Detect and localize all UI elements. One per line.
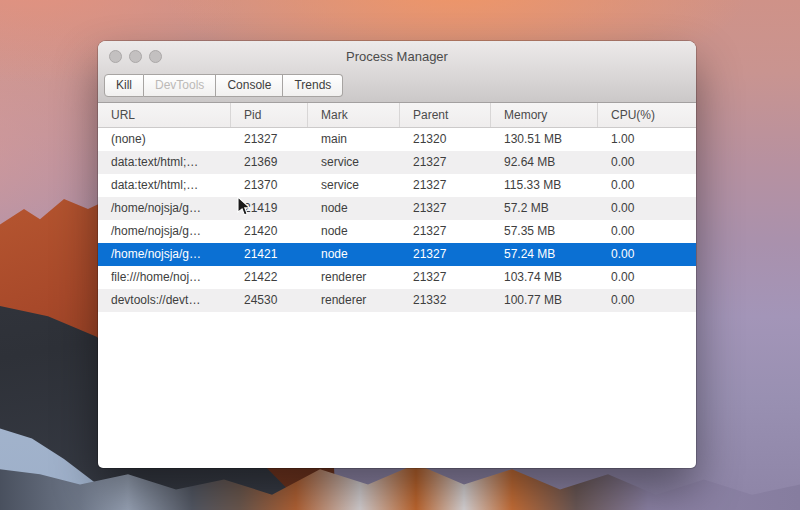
table-row[interactable]: file:///home/noj…21422renderer21327103.7… xyxy=(98,266,696,289)
table-cell: node xyxy=(308,243,400,266)
table-cell: 21327 xyxy=(400,266,491,289)
table-cell: 0.00 xyxy=(598,243,696,266)
table-cell: 21369 xyxy=(231,151,308,174)
table-cell: /home/nojsja/g… xyxy=(98,197,231,220)
table-cell: /home/nojsja/g… xyxy=(98,220,231,243)
toolbar: KillDevToolsConsoleTrends xyxy=(98,71,696,97)
table-cell: 0.00 xyxy=(598,174,696,197)
table-cell: 21332 xyxy=(400,289,491,312)
table-cell: 115.33 MB xyxy=(491,174,598,197)
column-header-pid: Pid xyxy=(231,103,308,127)
table-cell: 57.24 MB xyxy=(491,243,598,266)
window-title: Process Manager xyxy=(98,41,696,72)
process-manager-window: Process Manager KillDevToolsConsoleTrend… xyxy=(98,41,696,468)
table-row[interactable]: /home/nojsja/g…21420node2132757.35 MB0.0… xyxy=(98,220,696,243)
table-cell: service xyxy=(308,151,400,174)
table-cell: 21327 xyxy=(400,243,491,266)
table-cell: 21419 xyxy=(231,197,308,220)
table-cell: 21327 xyxy=(400,174,491,197)
column-header-url: URL xyxy=(98,103,231,127)
close-button[interactable] xyxy=(109,50,122,63)
titlebar[interactable]: Process Manager xyxy=(98,41,696,71)
table-cell: 92.64 MB xyxy=(491,151,598,174)
table-body: (none)21327main21320130.51 MB1.00data:te… xyxy=(98,128,696,312)
table-cell: (none) xyxy=(98,128,231,151)
column-header-memory: Memory xyxy=(491,103,598,127)
table-cell: 1.00 xyxy=(598,128,696,151)
toolbar-button-devtools: DevTools xyxy=(144,74,216,97)
table-row[interactable]: /home/nojsja/g…21419node2132757.2 MB0.00 xyxy=(98,197,696,220)
toolbar-button-console[interactable]: Console xyxy=(216,74,283,97)
table-cell: 21327 xyxy=(231,128,308,151)
table-cell: node xyxy=(308,197,400,220)
table-cell: data:text/html;… xyxy=(98,151,231,174)
table-cell: 100.77 MB xyxy=(491,289,598,312)
column-header-cpu: CPU(%) xyxy=(598,103,696,127)
table-row[interactable]: data:text/html;…21370service21327115.33 … xyxy=(98,174,696,197)
table-row[interactable]: devtools://devt…24530renderer21332100.77… xyxy=(98,289,696,312)
table-cell: 21422 xyxy=(231,266,308,289)
table-row[interactable]: (none)21327main21320130.51 MB1.00 xyxy=(98,128,696,151)
table-cell: 130.51 MB xyxy=(491,128,598,151)
table-cell: node xyxy=(308,220,400,243)
table-cell: data:text/html;… xyxy=(98,174,231,197)
table-cell: renderer xyxy=(308,266,400,289)
column-header-mark: Mark xyxy=(308,103,400,127)
table-cell: 103.74 MB xyxy=(491,266,598,289)
table-cell: 0.00 xyxy=(598,151,696,174)
table-cell: 0.00 xyxy=(598,197,696,220)
table-cell: 21421 xyxy=(231,243,308,266)
table-cell: 0.00 xyxy=(598,289,696,312)
table-cell: 21327 xyxy=(400,197,491,220)
table-cell: 57.35 MB xyxy=(491,220,598,243)
table-header: URLPidMarkParentMemoryCPU(%) xyxy=(98,103,696,128)
table-cell: service xyxy=(308,174,400,197)
table-cell: 21327 xyxy=(400,151,491,174)
table-cell: 21327 xyxy=(400,220,491,243)
table-cell: 21420 xyxy=(231,220,308,243)
toolbar-button-kill[interactable]: Kill xyxy=(104,74,144,97)
table-cell: 57.2 MB xyxy=(491,197,598,220)
table-cell: 21320 xyxy=(400,128,491,151)
toolbar-button-trends[interactable]: Trends xyxy=(283,74,343,97)
table-cell: devtools://devt… xyxy=(98,289,231,312)
table-row[interactable]: data:text/html;…21369service2132792.64 M… xyxy=(98,151,696,174)
table-cell: 0.00 xyxy=(598,266,696,289)
zoom-button[interactable] xyxy=(149,50,162,63)
window-chrome: Process Manager KillDevToolsConsoleTrend… xyxy=(98,41,696,103)
table-cell: /home/nojsja/g… xyxy=(98,243,231,266)
table-row[interactable]: /home/nojsja/g…21421node2132757.24 MB0.0… xyxy=(98,243,696,266)
table-cell: file:///home/noj… xyxy=(98,266,231,289)
column-header-parent: Parent xyxy=(400,103,491,127)
table-cell: renderer xyxy=(308,289,400,312)
minimize-button[interactable] xyxy=(129,50,142,63)
table-cell: 21370 xyxy=(231,174,308,197)
table-cell: 24530 xyxy=(231,289,308,312)
table-cell: main xyxy=(308,128,400,151)
table-cell: 0.00 xyxy=(598,220,696,243)
traffic-lights xyxy=(109,50,162,63)
